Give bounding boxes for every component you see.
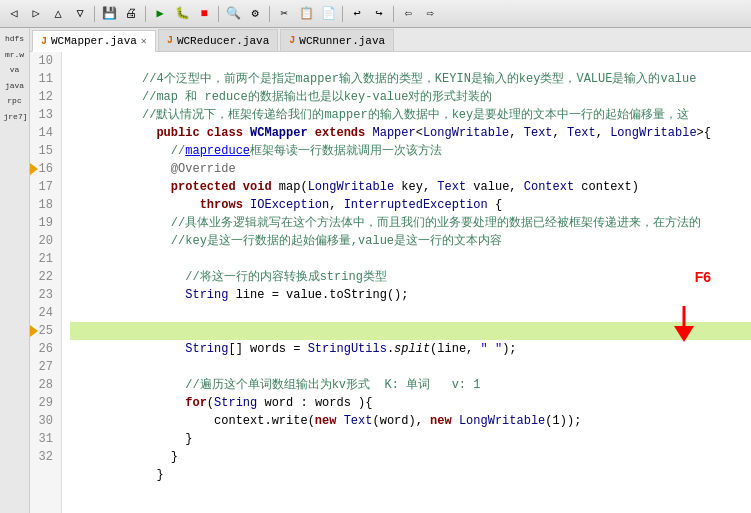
sidebar-item-hdfs[interactable]: hdfs xyxy=(2,32,28,46)
main-layout: hdfs mr.w va java rpc jre7] J WCMapper.j… xyxy=(0,28,751,513)
code-line-13: public class WCMapper extends Mapper<Lon… xyxy=(70,106,751,124)
code-line-17: throws IOException, InterruptedException… xyxy=(70,178,751,196)
ln-23: 23 xyxy=(30,286,57,304)
code-line-11: //map 和 reduce的数据输出也是以key-value对的形式封装的 xyxy=(70,70,751,88)
ln-19: 19 xyxy=(30,214,57,232)
search-icon[interactable]: 🔍 xyxy=(223,4,243,24)
cut-icon[interactable]: ✂ xyxy=(274,4,294,24)
code-line-28: for(String word : words ){ xyxy=(70,376,751,394)
sidebar: hdfs mr.w va java rpc jre7] xyxy=(0,28,30,513)
code-line-26 xyxy=(70,340,751,358)
code-line-30: } xyxy=(70,412,751,430)
ln-20: 20 xyxy=(30,232,57,250)
sep2 xyxy=(145,6,146,22)
redo-icon[interactable]: ↪ xyxy=(369,4,389,24)
ln-14: 14 xyxy=(30,124,57,142)
stop-icon[interactable]: ■ xyxy=(194,4,214,24)
ln-31: 31 xyxy=(30,430,57,448)
sep5 xyxy=(342,6,343,22)
code-line-18: //具体业务逻辑就写在这个方法体中，而且我们的业务要处理的数据已经被框架传递进来… xyxy=(70,196,751,214)
tab-label-wcrunner: WCRunner.java xyxy=(299,35,385,47)
tab-label-wcmapper: WCMapper.java xyxy=(51,35,137,47)
code-line-27: //遍历这个单词数组输出为kv形式 K: 单词 v: 1 xyxy=(70,358,751,376)
code-line-25: String[] words = StringUtils.split(line,… xyxy=(70,322,751,340)
ln-22: 22 xyxy=(30,268,57,286)
ln-17: 17 xyxy=(30,178,57,196)
line-numbers: 10 11 12 13 14 15 16 17 18 19 20 21 22 2… xyxy=(30,52,62,513)
tab-label-wcreducer: WCReducer.java xyxy=(177,35,269,47)
settings-icon[interactable]: ⚙ xyxy=(245,4,265,24)
code-content: //4个泛型中，前两个是指定mapper输入数据的类型，KEYIN是输入的key… xyxy=(62,52,751,513)
toolbar: ◁ ▷ △ ▽ 💾 🖨 ▶ 🐛 ■ 🔍 ⚙ ✂ 📋 📄 ↩ ↪ ⇦ ⇨ xyxy=(0,0,751,28)
ln-25: 25 xyxy=(30,322,57,340)
ln-28: 28 xyxy=(30,376,57,394)
prev-nav-icon[interactable]: ⇦ xyxy=(398,4,418,24)
paste-icon[interactable]: 📄 xyxy=(318,4,338,24)
ln-10: 10 xyxy=(30,52,57,70)
forward-icon[interactable]: ▷ xyxy=(26,4,46,24)
sidebar-item-jre7[interactable]: jre7] xyxy=(2,110,28,124)
next-nav-icon[interactable]: ⇨ xyxy=(420,4,440,24)
tab-bar: J WCMapper.java ✕ J WCReducer.java J WCR… xyxy=(30,28,751,52)
ln-24: 24 xyxy=(30,304,57,322)
ln-11: 11 xyxy=(30,70,57,88)
ln-29: 29 xyxy=(30,394,57,412)
sep6 xyxy=(393,6,394,22)
print-icon[interactable]: 🖨 xyxy=(121,4,141,24)
tab-icon-wcrunner: J xyxy=(289,35,295,46)
run-icon[interactable]: ▶ xyxy=(150,4,170,24)
f6-annotation: F6 xyxy=(695,268,711,286)
editor-area: J WCMapper.java ✕ J WCReducer.java J WCR… xyxy=(30,28,751,513)
code-line-20 xyxy=(70,232,751,250)
code-line-22: String line = value.toString(); xyxy=(70,268,751,286)
tab-wcmapper[interactable]: J WCMapper.java ✕ xyxy=(32,30,156,52)
back-icon[interactable]: ◁ xyxy=(4,4,24,24)
save-icon[interactable]: 💾 xyxy=(99,4,119,24)
copy-icon[interactable]: 📋 xyxy=(296,4,316,24)
code-editor[interactable]: 10 11 12 13 14 15 16 17 18 19 20 21 22 2… xyxy=(30,52,751,513)
ln-12: 12 xyxy=(30,88,57,106)
ln-16: 16 xyxy=(30,160,57,178)
code-line-14: //mapreduce框架每读一行数据就调用一次该方法 xyxy=(70,124,751,142)
sep3 xyxy=(218,6,219,22)
ln-13: 13 xyxy=(30,106,57,124)
ln-32: 32 xyxy=(30,448,57,466)
code-line-29: context.write(new Text(word), new LongWr… xyxy=(70,394,751,412)
code-line-31: } xyxy=(70,430,751,448)
down-icon[interactable]: ▽ xyxy=(70,4,90,24)
ln-21: 21 xyxy=(30,250,57,268)
tab-wcrunner[interactable]: J WCRunner.java xyxy=(280,29,394,51)
code-line-15: @Override xyxy=(70,142,751,160)
ln-26: 26 xyxy=(30,340,57,358)
tab-icon-wcmapper: J xyxy=(41,36,47,47)
ln-18: 18 xyxy=(30,196,57,214)
code-line-10: //4个泛型中，前两个是指定mapper输入数据的类型，KEYIN是输入的key… xyxy=(70,52,751,70)
undo-icon[interactable]: ↩ xyxy=(347,4,367,24)
code-line-12: //默认情况下，框架传递给我们的mapper的输入数据中，key是要处理的文本中… xyxy=(70,88,751,106)
sep1 xyxy=(94,6,95,22)
code-line-19: //key是这一行数据的起始偏移量,value是这一行的文本内容 xyxy=(70,214,751,232)
tab-close-wcmapper[interactable]: ✕ xyxy=(141,35,147,47)
debug-icon[interactable]: 🐛 xyxy=(172,4,192,24)
tab-wcreducer[interactable]: J WCReducer.java xyxy=(158,29,278,51)
sep4 xyxy=(269,6,270,22)
sidebar-item-java[interactable]: java xyxy=(2,79,28,93)
code-line-16: protected void map(LongWritable key, Tex… xyxy=(70,160,751,178)
tab-icon-wcreducer: J xyxy=(167,35,173,46)
ln-15: 15 xyxy=(30,142,57,160)
f6-label: F6 xyxy=(695,268,711,286)
ln-30: 30 xyxy=(30,412,57,430)
sidebar-item-rpc[interactable]: rpc xyxy=(2,94,28,108)
code-line-32: } xyxy=(70,448,751,466)
up-icon[interactable]: △ xyxy=(48,4,68,24)
ln-27: 27 xyxy=(30,358,57,376)
sidebar-item-va[interactable]: va xyxy=(2,63,28,77)
code-line-21: //将这一行的内容转换成string类型 xyxy=(70,250,751,268)
sidebar-item-mrw[interactable]: mr.w xyxy=(2,48,28,62)
